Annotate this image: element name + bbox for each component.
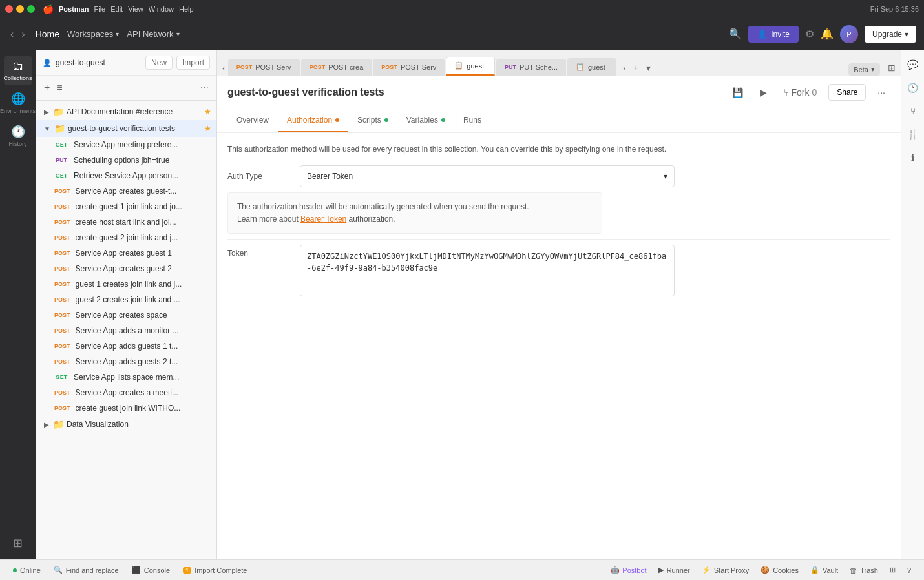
tree-item-lists-space[interactable]: GET Service App lists space mem... bbox=[36, 369, 216, 385]
close-button[interactable] bbox=[5, 5, 13, 13]
tree-item-creates-guest-t[interactable]: POST Service App creates guest-t... bbox=[36, 183, 216, 199]
share-button[interactable]: Share bbox=[828, 84, 866, 101]
menu-view[interactable]: View bbox=[128, 5, 143, 13]
tree-item-retrieve-service[interactable]: GET Retrieve Service App person... bbox=[36, 168, 216, 183]
avatar[interactable]: P bbox=[840, 25, 858, 43]
history-sidebar-button[interactable]: 🕐 bbox=[904, 79, 922, 97]
tree-item-guest1-join[interactable]: POST create guest 1 join link and jo... bbox=[36, 199, 216, 214]
tree-item-guest-join-without[interactable]: POST create guest join link WITHO... bbox=[36, 400, 216, 416]
tree-item-creates-meeting[interactable]: POST Service App creates a meeti... bbox=[36, 385, 216, 400]
back-button[interactable]: ‹ bbox=[8, 26, 16, 43]
console-button[interactable]: ⬛ Console bbox=[127, 564, 175, 576]
sidebar-item-environments[interactable]: 🌐 Environments bbox=[4, 88, 32, 118]
tree-item-creates-guest2[interactable]: POST Service App creates guest 2 bbox=[36, 261, 216, 276]
find-replace-button[interactable]: 🔍 Find and replace bbox=[48, 564, 124, 576]
collection-icon: 📁 bbox=[53, 107, 64, 117]
info-button[interactable]: ℹ bbox=[904, 149, 922, 167]
trash-button[interactable]: 🗑 Trash bbox=[845, 564, 883, 576]
settings-icon[interactable]: ⚙ bbox=[805, 28, 814, 40]
sub-tab-scripts[interactable]: Scripts bbox=[348, 109, 397, 132]
api-network-menu[interactable]: API Network ▾ bbox=[127, 29, 179, 39]
menu-window[interactable]: Window bbox=[149, 5, 174, 13]
method-badge-post: POST bbox=[52, 342, 73, 350]
start-proxy-button[interactable]: ⚡ Start Proxy bbox=[697, 564, 754, 576]
tab-put-sche[interactable]: PUT PUT Sche... bbox=[496, 59, 566, 76]
tree-item-guest2-join[interactable]: POST create guest 2 join link and j... bbox=[36, 230, 216, 245]
tree-item-creates-guest1[interactable]: POST Service App creates guest 1 bbox=[36, 245, 216, 261]
tree-item-guest-to-guest[interactable]: ▼ 📁 guest-to-guest verification tests ★ bbox=[36, 120, 216, 137]
tree-item-creates-space[interactable]: POST Service App creates space bbox=[36, 307, 216, 323]
tab-guest2[interactable]: 📋 guest- bbox=[567, 58, 616, 76]
sidebar-item-history[interactable]: 🕐 History bbox=[4, 121, 32, 151]
cookies-button[interactable]: 🍪 Cookies bbox=[755, 564, 804, 576]
traffic-lights[interactable] bbox=[5, 5, 35, 13]
menu-help[interactable]: Help bbox=[179, 5, 194, 13]
nav-arrows[interactable]: ‹ › bbox=[8, 26, 28, 43]
auth-form: Auth Type Bearer Token ▾ bbox=[227, 165, 890, 187]
workspaces-menu[interactable]: Workspaces ▾ bbox=[67, 29, 119, 39]
search-icon[interactable]: 🔍 bbox=[729, 28, 742, 40]
tree-item-adds-guests2[interactable]: POST Service App adds guests 2 t... bbox=[36, 354, 216, 369]
sub-tab-runs[interactable]: Runs bbox=[454, 109, 490, 132]
prev-tab-button[interactable]: ‹ bbox=[220, 60, 228, 76]
more-options-button[interactable]: ··· bbox=[199, 81, 210, 95]
pull-requests-button[interactable]: ⑂ bbox=[904, 102, 922, 120]
run-button[interactable]: ▶ bbox=[755, 85, 772, 100]
tree-item-service-meeting[interactable]: GET Service App meeting prefere... bbox=[36, 137, 216, 152]
sidebar-item-collections[interactable]: 🗂 Collections bbox=[4, 56, 32, 85]
status-online[interactable]: Online bbox=[8, 564, 46, 576]
tree-item-data-viz[interactable]: ▶ 📁 Data Visualization bbox=[36, 416, 216, 433]
vault-button[interactable]: 🔒 Vault bbox=[805, 564, 843, 576]
method-badge-post: POST bbox=[52, 280, 73, 288]
filter-button[interactable]: ≡ bbox=[55, 81, 63, 95]
tree-item-guest2-creates-join[interactable]: POST guest 2 creates join link and ... bbox=[36, 292, 216, 307]
tab-post-crea[interactable]: POST POST crea bbox=[301, 59, 372, 76]
sidebar-item-more[interactable]: ⊞ bbox=[4, 532, 32, 554]
tree-item-host-start[interactable]: POST create host start link and joi... bbox=[36, 214, 216, 230]
fork-button[interactable]: ⑂ Fork 0 bbox=[779, 85, 823, 100]
sub-tab-variables[interactable]: Variables bbox=[397, 109, 454, 132]
fork-sidebar-button[interactable]: 🍴 bbox=[904, 125, 922, 143]
auth-info-box: The authorization header will be automat… bbox=[227, 192, 602, 234]
tree-item-adds-monitor[interactable]: POST Service App adds a monitor ... bbox=[36, 323, 216, 338]
comments-button[interactable]: 💬 bbox=[904, 56, 922, 74]
tab-post-serv1[interactable]: POST POST Serv bbox=[228, 59, 300, 76]
tab-method-badge: POST bbox=[381, 64, 397, 70]
notifications-icon[interactable]: 🔔 bbox=[821, 28, 834, 40]
token-input[interactable]: ZTA0ZGZiNzctYWE1OS00YjkxLTljMDItNTMyMzYw… bbox=[300, 245, 675, 296]
sub-tab-authorization[interactable]: Authorization bbox=[278, 109, 348, 132]
menu-file[interactable]: File bbox=[94, 5, 105, 13]
new-button[interactable]: New bbox=[145, 56, 173, 70]
help-icon: ? bbox=[907, 566, 911, 574]
minimize-button[interactable] bbox=[16, 5, 24, 13]
tab-guest-collection[interactable]: 📋 guest- bbox=[446, 57, 495, 76]
forward-button[interactable]: › bbox=[19, 26, 27, 43]
save-button[interactable]: 💾 bbox=[727, 85, 748, 100]
tree-item-guest1-creates-join[interactable]: POST guest 1 creates join link and j... bbox=[36, 276, 216, 292]
postbot-button[interactable]: 🤖 Postbot bbox=[605, 564, 651, 576]
import-button[interactable]: Import bbox=[176, 56, 210, 70]
add-collection-button[interactable]: + bbox=[43, 81, 51, 95]
auth-type-select[interactable]: Bearer Token ▾ bbox=[300, 165, 675, 187]
grid-view-button[interactable]: ⊞ bbox=[885, 564, 901, 576]
sidebar-toggle-button[interactable]: ⊞ bbox=[885, 60, 898, 76]
tree-item-api-docs[interactable]: ▶ 📁 API Documentation #reference ★ bbox=[36, 103, 216, 120]
runner-button[interactable]: ▶ Runner bbox=[653, 564, 695, 576]
sub-tab-overview[interactable]: Overview bbox=[227, 109, 278, 132]
menu-edit[interactable]: Edit bbox=[110, 5, 123, 13]
tree-item-adds-guests1[interactable]: POST Service App adds guests 1 t... bbox=[36, 338, 216, 354]
new-tab-button[interactable]: + bbox=[631, 60, 641, 76]
more-options-button[interactable]: ··· bbox=[872, 85, 890, 100]
next-tab-button[interactable]: › bbox=[620, 60, 629, 76]
home-link[interactable]: Home bbox=[36, 29, 59, 39]
help-button[interactable]: ? bbox=[902, 564, 916, 576]
tab-post-serv2[interactable]: POST POST Serv bbox=[373, 59, 445, 76]
fullscreen-button[interactable] bbox=[27, 5, 35, 13]
tabs-menu-button[interactable]: ▾ bbox=[644, 60, 653, 76]
upgrade-button[interactable]: Upgrade ▾ bbox=[865, 26, 916, 43]
bearer-token-link[interactable]: Bearer Token bbox=[300, 214, 346, 223]
tree-item-scheduling[interactable]: PUT Scheduling options jbh=true bbox=[36, 152, 216, 168]
invite-button[interactable]: 👤 Invite bbox=[748, 26, 799, 43]
import-complete-status[interactable]: 1 Import Complete bbox=[178, 564, 252, 576]
invite-icon: 👤 bbox=[757, 30, 767, 39]
